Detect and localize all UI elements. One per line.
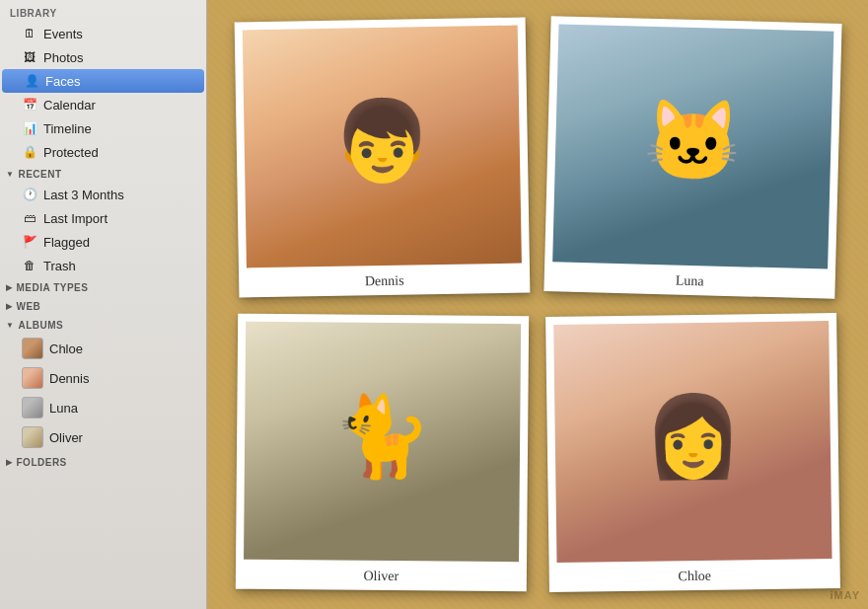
photos-icon: 🖼 bbox=[22, 49, 37, 65]
calendar-icon: 📅 bbox=[22, 97, 37, 113]
sidebar-label-trash: Trash bbox=[43, 259, 76, 273]
sidebar-item-protected[interactable]: 🔒 Protected bbox=[0, 140, 206, 164]
sidebar-item-photos[interactable]: 🖼 Photos bbox=[0, 45, 206, 69]
photo-label-chloe: Chloe bbox=[678, 568, 711, 583]
trash-icon: 🗑 bbox=[22, 258, 37, 273]
web-section-disclosure[interactable]: ▶ WEB bbox=[0, 296, 206, 315]
clock-icon: 🕐 bbox=[22, 187, 37, 202]
events-icon: 🗓 bbox=[22, 26, 37, 41]
sidebar-label-album-luna: Luna bbox=[49, 401, 78, 416]
recent-arrow-icon: ▼ bbox=[6, 170, 14, 179]
photo-card-dennis[interactable]: Dennis bbox=[235, 17, 531, 297]
album-thumb-dennis bbox=[22, 367, 43, 389]
mediatypes-section-disclosure[interactable]: ▶ MEDIA TYPES bbox=[0, 277, 206, 296]
import-icon: 🗃 bbox=[22, 210, 37, 226]
sidebar: LIBRARY 🗓 Events 🖼 Photos 👤 Faces 📅 Cale… bbox=[0, 0, 207, 609]
main-corkboard: Dennis Luna Oliver Chloe iMAY bbox=[207, 0, 868, 609]
folders-section-disclosure[interactable]: ▶ FOLDERS bbox=[0, 452, 206, 471]
album-thumb-oliver bbox=[22, 426, 43, 448]
sidebar-item-timeline[interactable]: 📊 Timeline bbox=[0, 116, 206, 140]
flag-icon: 🚩 bbox=[22, 234, 37, 250]
mediatypes-arrow-icon: ▶ bbox=[6, 283, 13, 292]
sidebar-label-album-oliver: Oliver bbox=[49, 430, 83, 445]
sidebar-label-flagged: Flagged bbox=[43, 235, 90, 250]
library-section-header: LIBRARY bbox=[0, 0, 206, 22]
photo-image-oliver bbox=[244, 321, 521, 561]
albums-section-header: ALBUMS bbox=[18, 320, 63, 331]
sidebar-item-album-luna[interactable]: Luna bbox=[0, 393, 206, 422]
sidebar-item-album-chloe[interactable]: Chloe bbox=[0, 334, 206, 363]
folders-section-header: FOLDERS bbox=[17, 457, 67, 468]
sidebar-label-protected: Protected bbox=[43, 145, 99, 160]
albums-section-disclosure[interactable]: ▼ ALBUMS bbox=[0, 315, 206, 334]
recent-section-disclosure[interactable]: ▼ RECENT bbox=[0, 164, 206, 183]
sidebar-item-events[interactable]: 🗓 Events bbox=[0, 22, 206, 45]
photo-card-oliver[interactable]: Oliver bbox=[236, 313, 529, 590]
photo-image-dennis bbox=[243, 26, 522, 267]
album-thumb-luna bbox=[22, 397, 43, 419]
sidebar-item-album-dennis[interactable]: Dennis bbox=[0, 363, 206, 393]
sidebar-label-faces: Faces bbox=[45, 74, 80, 89]
sidebar-item-last3months[interactable]: 🕐 Last 3 Months bbox=[0, 183, 206, 206]
photo-label-dennis: Dennis bbox=[365, 272, 404, 289]
sidebar-item-lastimport[interactable]: 🗃 Last Import bbox=[0, 206, 206, 230]
sidebar-item-calendar[interactable]: 📅 Calendar bbox=[0, 93, 206, 116]
photo-label-oliver: Oliver bbox=[363, 568, 398, 583]
sidebar-label-album-dennis: Dennis bbox=[49, 371, 89, 386]
recent-section-header: RECENT bbox=[18, 169, 61, 180]
sidebar-label-lastimport: Last Import bbox=[43, 211, 108, 226]
sidebar-item-trash[interactable]: 🗑 Trash bbox=[0, 254, 206, 277]
faces-icon: 👤 bbox=[24, 73, 39, 89]
sidebar-label-events: Events bbox=[43, 27, 83, 41]
photo-image-luna bbox=[552, 24, 833, 268]
web-arrow-icon: ▶ bbox=[6, 302, 13, 311]
folders-arrow-icon: ▶ bbox=[6, 458, 13, 467]
album-thumb-chloe bbox=[22, 338, 43, 359]
photo-image-chloe bbox=[553, 321, 832, 562]
sidebar-item-flagged[interactable]: 🚩 Flagged bbox=[0, 230, 206, 254]
sidebar-label-photos: Photos bbox=[43, 50, 83, 65]
web-section-header: WEB bbox=[17, 301, 41, 312]
sidebar-item-album-oliver[interactable]: Oliver bbox=[0, 422, 206, 452]
mediatypes-section-header: MEDIA TYPES bbox=[17, 282, 89, 293]
sidebar-label-album-chloe: Chloe bbox=[49, 342, 83, 356]
protected-icon: 🔒 bbox=[22, 144, 37, 160]
watermark: iMAY bbox=[831, 589, 861, 601]
timeline-icon: 📊 bbox=[22, 120, 37, 136]
photo-card-luna[interactable]: Luna bbox=[543, 16, 841, 298]
sidebar-label-calendar: Calendar bbox=[43, 98, 96, 113]
photo-label-luna: Luna bbox=[676, 272, 704, 289]
photo-card-chloe[interactable]: Chloe bbox=[545, 312, 840, 591]
albums-arrow-icon: ▼ bbox=[6, 321, 14, 330]
sidebar-label-last3months: Last 3 Months bbox=[43, 188, 124, 202]
sidebar-item-faces[interactable]: 👤 Faces bbox=[2, 69, 204, 93]
sidebar-label-timeline: Timeline bbox=[43, 121, 92, 136]
